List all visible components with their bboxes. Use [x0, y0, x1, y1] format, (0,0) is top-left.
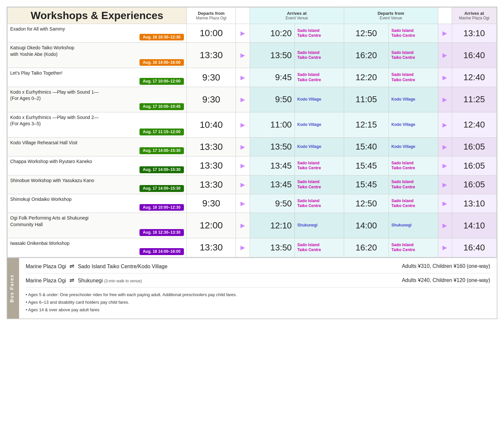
bus-price-2: Adults ¥240, Children ¥120 (one-way) [402, 277, 490, 283]
arrives1-venue-cell: Kodo Village [294, 137, 344, 156]
arrives2-cell: 12:40 [452, 112, 496, 137]
departs2-venue-cell: Sado IslandTaiko Centre [389, 194, 438, 213]
date-badge: Aug. 18 14:00–16:00 [139, 248, 184, 255]
arrives2-cell: 16:05 [452, 137, 496, 156]
departs2-time-cell: 12:15 [344, 112, 389, 137]
departs2-venue-cell: Kodo Village [389, 112, 438, 137]
table-row: Ogi Folk Performing Arts at ShukunegiCom… [8, 213, 497, 238]
event-name: Iwasaki Onikenbai Workshop [10, 241, 69, 246]
event-name: Kodo Village Rehearsal Hall Visit [10, 140, 77, 145]
departs2-time-cell: 14:00 [344, 213, 389, 238]
event-name-cell: Katsugi Okedo Taiko Workshopwith Yoshie … [8, 43, 187, 68]
arrives1-time-cell: 12:10 [250, 213, 294, 238]
departs2-time-cell: 15:45 [344, 175, 389, 194]
arrow2-col-header [438, 8, 452, 24]
departs1-cell: 10:00 [187, 24, 236, 43]
table-row: Shimokuji Onidaiko Workshop Aug. 18 10:0… [8, 194, 497, 213]
bus-price-1: Adults ¥310, Children ¥160 (one-way) [402, 263, 490, 269]
event-name-cell: Kodo x Eurhythmics —Play with Sound 2—(F… [8, 112, 187, 137]
arrow2-cell: ▶ [438, 238, 452, 257]
bus-notes: • Ages 5 & under: One preschooler rides … [26, 291, 490, 314]
event-name-cell: Iwasaki Onikenbai Workshop Aug. 18 14:00… [8, 238, 187, 257]
event-name: Chappa Workshop with Ryutaro Kaneko [10, 159, 92, 164]
bus-note: • Ages 6–13 and disability card holders … [26, 298, 490, 306]
arrives2-cell: 16:40 [452, 238, 496, 257]
departs1-cell: 13:30 [187, 156, 236, 175]
date-badge: Aug. 17 10:00–10:45 [139, 103, 184, 110]
arrives1-venue-cell: Sado IslandTaiko Centre [294, 194, 344, 213]
arrow2-cell: ▶ [438, 175, 452, 194]
departs1-cell: 9:30 [187, 87, 236, 112]
col-departs2-header: Departs from Event Venue [344, 8, 438, 24]
arrives1-venue-cell: Sado IslandTaiko Centre [294, 43, 344, 68]
departs2-venue-cell: Shukunegi [389, 213, 438, 238]
main-wrapper: Workshops & Experiences Departs from Mar… [7, 7, 497, 319]
departs2-venue-cell: Sado IslandTaiko Centre [389, 156, 438, 175]
departs2-time-cell: 15:45 [344, 156, 389, 175]
departs2-venue-cell: Sado IslandTaiko Centre [389, 68, 438, 87]
arrow2-cell: ▶ [438, 194, 452, 213]
arrow2-cell: ▶ [438, 24, 452, 43]
date-badge: Aug. 17 14:00–15:30 [139, 185, 184, 192]
departs2-time-cell: 12:20 [344, 68, 389, 87]
date-badge: Aug. 18 10:00–12:30 [139, 204, 184, 211]
arrow1-cell: ▶ [236, 194, 250, 213]
event-name-cell: Ogi Folk Performing Arts at ShukunegiCom… [8, 213, 187, 238]
table-row: Chappa Workshop with Ryutaro Kaneko Aug.… [8, 156, 497, 175]
departs2-venue-cell: Sado IslandTaiko Centre [389, 175, 438, 194]
arrives2-cell: 12:40 [452, 68, 496, 87]
event-name-cell: Kodo x Eurhythmics —Play with Sound 1—(F… [8, 87, 187, 112]
event-name-cell: Shinobue Workshop with Yasukazu Kano Aug… [8, 175, 187, 194]
arrives1-time-cell: 13:50 [250, 238, 294, 257]
table-row: Shinobue Workshop with Yasukazu Kano Aug… [8, 175, 497, 194]
departs2-time-cell: 16:20 [344, 43, 389, 68]
bus-route-1: Marine Plaza Ogi ⇌ Sado Island Taiko Cen… [26, 263, 402, 270]
event-name-cell: Kodo Village Rehearsal Hall Visit Aug. 1… [8, 137, 187, 156]
arrow1-cell: ▶ [236, 68, 250, 87]
arrow1-cell: ▶ [236, 112, 250, 137]
arrives1-time-cell: 9:50 [250, 87, 294, 112]
departs1-cell: 13:30 [187, 175, 236, 194]
arrives1-venue-cell: Sado IslandTaiko Centre [294, 175, 344, 194]
arrives1-time-cell: 13:45 [250, 156, 294, 175]
event-name: Kodo x Eurhythmics —Play with Sound 2—(F… [10, 115, 98, 127]
date-badge: Aug. 16 10:30–12:30 [139, 34, 184, 41]
arrow-col-header [236, 8, 250, 24]
arrow2-cell: ▶ [438, 156, 452, 175]
arrives1-venue-cell: Sado IslandTaiko Centre [294, 156, 344, 175]
arrives1-time-cell: 13:50 [250, 43, 294, 68]
arrow2-cell: ▶ [438, 112, 452, 137]
departs1-cell: 12:00 [187, 213, 236, 238]
arrives1-venue-cell: Kodo Village [294, 112, 344, 137]
arrives1-time-cell: 13:45 [250, 175, 294, 194]
arrives1-venue-cell: Kodo Village [294, 87, 344, 112]
table-row: Let's Play Taiko Together! Aug. 17 10:00… [8, 68, 497, 87]
departs2-time-cell: 12:50 [344, 194, 389, 213]
table-row: Katsugi Okedo Taiko Workshopwith Yoshie … [8, 43, 497, 68]
departs2-time-cell: 12:50 [344, 24, 389, 43]
table-row: Kodo Village Rehearsal Hall Visit Aug. 1… [8, 137, 497, 156]
arrives2-cell: 16:05 [452, 156, 496, 175]
date-badge: Aug. 17 10:00–12:00 [139, 78, 184, 85]
departs2-venue-cell: Sado IslandTaiko Centre [389, 43, 438, 68]
arrives1-time-cell: 9:50 [250, 194, 294, 213]
arrow1-cell: ▶ [236, 43, 250, 68]
arrives2-cell: 11:25 [452, 87, 496, 112]
departs1-cell: 10:40 [187, 112, 236, 137]
bus-note: • Ages 14 & over above pay adult fares [26, 306, 490, 314]
arrow2-cell: ▶ [438, 87, 452, 112]
arrives1-time-cell: 10:20 [250, 24, 294, 43]
col-arrives2-header: Arrives at Marine Plaza Ogi [452, 8, 496, 24]
arrow2-cell: ▶ [438, 213, 452, 238]
arrow1-cell: ▶ [236, 238, 250, 257]
event-name: Ogi Folk Performing Arts at ShukunegiCom… [10, 215, 88, 227]
arrives2-cell: 13:10 [452, 24, 496, 43]
date-badge: Aug. 18 12:30–13:30 [139, 229, 184, 236]
arrives1-venue-cell: Sado IslandTaiko Centre [294, 24, 344, 43]
event-name-cell: Exadon for All with Sammy Aug. 16 10:30–… [8, 24, 187, 43]
arrives1-time-cell: 9:45 [250, 68, 294, 87]
departs2-time-cell: 16:20 [344, 238, 389, 257]
arrow1-cell: ▶ [236, 137, 250, 156]
bus-note: • Ages 5 & under: One preschooler rides … [26, 291, 490, 298]
arrives2-cell: 13:10 [452, 194, 496, 213]
